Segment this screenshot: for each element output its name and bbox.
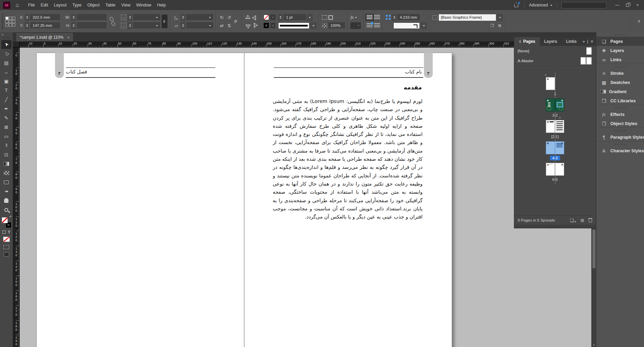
page-thumbnail[interactable]: A <box>555 141 564 154</box>
toolbar-grip[interactable] <box>2 37 11 38</box>
indesign-logo[interactable]: Id <box>3 2 10 9</box>
page-thumbnail[interactable]: A <box>546 77 555 90</box>
menu-file[interactable]: File <box>28 3 35 7</box>
stroke-type-dropdown[interactable] <box>278 22 309 29</box>
vertical-ruler[interactable]: 0102030405060708090100110120130140150160… <box>13 48 20 347</box>
panel-button-swatches[interactable]: ▦Swatches <box>596 78 644 87</box>
page-tool[interactable]: ▤ <box>1 58 12 67</box>
clear-overrides-button[interactable]: ❐ <box>489 23 495 28</box>
constrain-scale-link-icon[interactable]: ∞ <box>162 15 167 28</box>
search-input[interactable] <box>561 2 606 8</box>
panel-expand-icon[interactable]: » <box>583 39 585 44</box>
page-thumbnail[interactable]: A <box>555 163 564 176</box>
close-button[interactable]: × <box>632 1 643 10</box>
menu-type[interactable]: Type <box>72 3 82 7</box>
new-page-button[interactable]: ⊞ <box>580 218 584 223</box>
scissors-tool[interactable]: ✂ <box>1 141 12 150</box>
page-thumbnail[interactable]: A <box>546 163 555 176</box>
page-4[interactable]: ۴ فصل کتاب <box>36 53 244 347</box>
chevron-down-icon[interactable] <box>156 25 158 28</box>
object-style-menu-button[interactable] <box>497 14 503 21</box>
y-field[interactable]: 147.25 mm <box>31 22 60 29</box>
panel-button-links[interactable]: ∞Links <box>596 55 644 64</box>
note-tool[interactable] <box>1 178 12 187</box>
pages-spread-4-3[interactable]: AA4-3 <box>536 141 574 160</box>
tab-pages[interactable]: ⇕ Pages <box>514 37 540 46</box>
frame-tool[interactable]: ⊠ <box>1 123 12 132</box>
document-tab[interactable]: *sampel 1.indd @ 110% × <box>16 33 73 41</box>
ruler-origin-box[interactable] <box>13 41 20 48</box>
menu-object[interactable]: Object <box>87 3 100 7</box>
rotation-stepper[interactable] <box>181 14 185 21</box>
select-next-object-button[interactable] <box>252 23 257 29</box>
home-icon[interactable]: ⌂ <box>16 2 19 8</box>
panel-grip[interactable] <box>2 14 3 29</box>
rotate-counterclockwise-button[interactable]: ↺ <box>226 15 232 20</box>
chevron-down-icon[interactable] <box>156 17 158 19</box>
panel-button-gradient[interactable]: Gradient <box>596 87 644 96</box>
spread-label[interactable]: 4-3 <box>550 156 560 160</box>
y-stepper[interactable] <box>25 22 29 29</box>
rectangle-tool[interactable]: ▭ <box>1 132 12 141</box>
w-stepper[interactable] <box>71 14 76 21</box>
toolbar-expand-icon[interactable]: » <box>0 32 5 37</box>
constrain-dimensions-broken-link-icon[interactable] <box>110 16 115 27</box>
panel-button-object-styles[interactable]: ❐Object Styles <box>596 119 644 128</box>
horizontal-ruler[interactable]: 1001020304050607080901001101201301401501… <box>20 41 596 48</box>
menu-help[interactable]: Help <box>157 3 166 7</box>
chevron-down-icon[interactable] <box>209 25 211 28</box>
corner-options-icon[interactable] <box>386 15 391 20</box>
spread-label[interactable]: 6-5 <box>552 177 558 182</box>
share-icon[interactable]: ↑ <box>514 2 520 8</box>
page-3[interactable]: ۳ نام کتاب مقدمه لورم ایپسوم یا طرح‌نما … <box>244 53 452 347</box>
selection-tool[interactable]: ➤ <box>1 40 12 49</box>
h-stepper[interactable] <box>71 22 76 29</box>
type-tool[interactable]: T <box>1 86 12 95</box>
stroke-weight-menu-button[interactable] <box>307 14 312 21</box>
stroke-swatch[interactable] <box>264 23 269 28</box>
scrollbar-down-arrow[interactable]: ▼ <box>592 344 596 347</box>
pasteboard[interactable]: ۴ فصل کتاب ۳ نام کتاب مقدمه لورم ایپسوم … <box>13 48 596 347</box>
reference-point-proxy[interactable] <box>5 17 15 27</box>
rotation-angle-field[interactable] <box>186 14 213 21</box>
direct-selection-tool[interactable]: ▷ <box>1 49 12 58</box>
master-a-row[interactable]: A-Master <box>514 56 596 66</box>
menu-window[interactable]: Window <box>136 3 151 7</box>
menu-layout[interactable]: Layout <box>54 3 67 7</box>
fill-swatch[interactable] <box>264 15 269 20</box>
panel-button-paragraph-styles[interactable]: ¶Paragraph Styles <box>596 133 644 142</box>
corner-radius-stepper[interactable] <box>392 14 396 21</box>
body-text-frame[interactable]: لورم ایپسوم یا طرح‌نما (به انگلیسی: Lore… <box>273 97 423 221</box>
pages-spread-1[interactable]: ▼A1 <box>536 77 574 96</box>
text-wrap-none-button[interactable] <box>366 15 373 20</box>
formatting-affects-text-button[interactable]: T <box>8 230 10 234</box>
pages-spread-2-1[interactable]: ▼AA[2-1] <box>536 120 574 139</box>
text-wrap-bounding-box-button[interactable] <box>374 15 380 20</box>
panel-button-effects[interactable]: fxEffects <box>596 110 644 119</box>
stroke-menu-button[interactable]: › <box>270 23 275 28</box>
shear-angle-field[interactable] <box>186 22 213 29</box>
gpu-performance-icon[interactable]: ⚡ <box>637 19 641 24</box>
workspace-switcher[interactable]: Advanced <box>529 3 552 7</box>
text-wrap-jump-button[interactable] <box>374 23 380 28</box>
master-none-row[interactable]: [None] <box>514 46 596 56</box>
w-field[interactable] <box>77 14 106 21</box>
chevron-down-icon[interactable] <box>209 17 211 19</box>
corner-shape-menu-button[interactable] <box>421 22 427 29</box>
fill-menu-button[interactable]: › <box>270 15 275 20</box>
h-field[interactable] <box>77 22 106 29</box>
pencil-tool[interactable]: ✎ <box>1 114 12 122</box>
minimize-button[interactable]: — <box>612 1 622 10</box>
edit-page-size-button[interactable]: ❏▼ <box>570 218 577 223</box>
frame-edges-icon[interactable] <box>328 15 333 20</box>
apply-effect-button[interactable]: › <box>351 22 361 29</box>
tab-layers[interactable]: Layers <box>540 37 562 46</box>
line-tool[interactable]: ╱ <box>1 95 12 104</box>
page-thumbnail[interactable]: A <box>555 99 564 111</box>
bounding-box-icon[interactable] <box>322 15 327 20</box>
page-thumbnail[interactable]: A <box>546 141 555 154</box>
menu-table[interactable]: Table <box>105 3 115 7</box>
corner-radius-field[interactable]: 4.233 mm <box>398 14 419 21</box>
text-wrap-object-shape-button[interactable] <box>366 23 373 28</box>
panel-resize-grip[interactable] <box>514 225 596 228</box>
